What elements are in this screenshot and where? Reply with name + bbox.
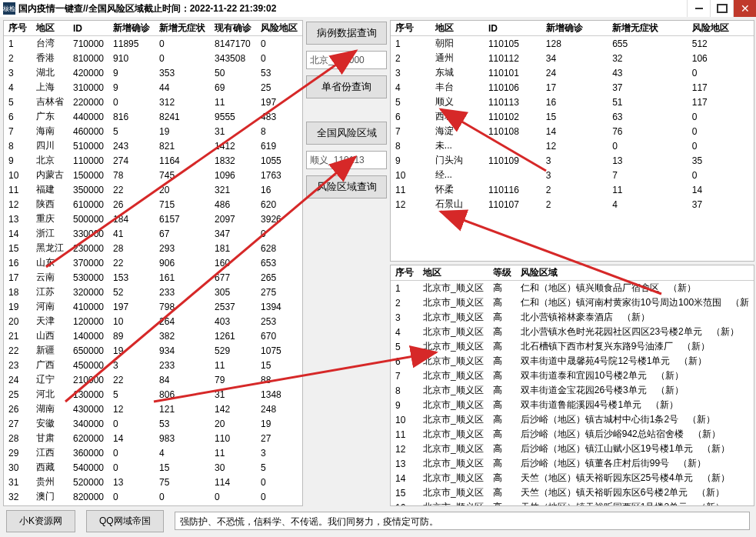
table-row[interactable]: 6北京市_顺义区高双丰街道中晟馨苑4号院12号楼1单元 （新） bbox=[391, 354, 754, 369]
column-header[interactable]: 新增无症状 bbox=[155, 21, 210, 36]
table-row[interactable]: 3东城11010124430 bbox=[391, 65, 754, 80]
table-row[interactable]: 4北京市_顺义区高北小营镇水色时光花园社区四区23号楼2单元 （新） bbox=[391, 325, 754, 339]
table-row[interactable]: 13北京市_顺义区高后沙峪（地区）镇董各庄村后街99号 （新） bbox=[391, 456, 754, 471]
table-row[interactable]: 7北京市_顺义区高双丰街道泰和宜园10号楼2单元 （新） bbox=[391, 369, 754, 383]
table-row[interactable]: 3北京市_顺义区高北小营镇裕林豪泰酒店 （新） bbox=[391, 310, 754, 325]
table-row[interactable]: 5顺义1101131651117 bbox=[391, 95, 754, 109]
column-header[interactable]: 地区 bbox=[32, 21, 68, 36]
table-row[interactable]: 2通州1101123432106 bbox=[391, 51, 754, 65]
table-row[interactable]: 4丰台1101061737117 bbox=[391, 80, 754, 95]
column-header[interactable]: 序号 bbox=[4, 21, 32, 36]
table-row[interactable]: 17云南530000153161677265 bbox=[4, 270, 302, 285]
table-row[interactable]: 6广东44000081682419555483 bbox=[4, 109, 302, 124]
table-row[interactable]: 24辽宁21000022847988 bbox=[4, 372, 302, 387]
table-row[interactable]: 1朝阳110105128655512 bbox=[391, 36, 754, 52]
table-row[interactable]: 7海淀11010814760 bbox=[391, 124, 754, 138]
column-header[interactable]: 序号 bbox=[391, 21, 431, 36]
table-row[interactable]: 4上海3100009446925 bbox=[4, 80, 302, 95]
table-row[interactable]: 23广西45000032331115 bbox=[4, 358, 302, 372]
table-row[interactable]: 21山西140000893821261670 bbox=[4, 329, 302, 343]
table-row[interactable]: 15黑龙江23000028293181628 bbox=[4, 241, 302, 255]
province-input[interactable] bbox=[306, 51, 387, 69]
single-province-query-button[interactable]: 单省份查询 bbox=[306, 75, 387, 98]
table-row[interactable]: 12陕西61000026715486620 bbox=[4, 197, 302, 212]
table-row[interactable]: 14北京市_顺义区高天竺（地区）镇天裕昕园东区25号楼4单元 （新） bbox=[391, 471, 754, 485]
table-row[interactable]: 3湖北42000093535053 bbox=[4, 65, 302, 80]
qq-site-button[interactable]: QQ网域帝国 bbox=[86, 510, 164, 532]
resource-site-button[interactable]: 小K资源网 bbox=[6, 510, 75, 532]
column-header[interactable]: 新增确诊 bbox=[108, 21, 155, 36]
table-row[interactable]: 9门头沟11010931335 bbox=[391, 153, 754, 168]
table-row[interactable]: 19河南41000019779825371394 bbox=[4, 299, 302, 314]
table-row[interactable]: 6西城11010215630 bbox=[391, 109, 754, 124]
table-row[interactable]: 16北京市_顺义区高天竺（地区）镇天裕昕园西区1号楼2单元 （新） bbox=[391, 500, 754, 506]
table-row[interactable]: 7海南460000519318 bbox=[4, 124, 302, 138]
table-row[interactable]: 20天津12000010264403253 bbox=[4, 314, 302, 329]
table-row[interactable]: 10经...370 bbox=[391, 168, 754, 182]
table-row[interactable]: 15北京市_顺义区高天竺（地区）镇天裕昕园东区6号楼2单元 （新） bbox=[391, 485, 754, 500]
table-row[interactable]: 5北京市_顺义区高北石槽镇下西市村复兴东路9号油漆厂 （新） bbox=[391, 339, 754, 354]
table-row[interactable]: 26湖南43000012121142248 bbox=[4, 402, 302, 416]
table-row[interactable]: 2香港81000091003435080 bbox=[4, 51, 302, 65]
column-header[interactable]: ID bbox=[68, 21, 108, 36]
table-row[interactable]: 32澳门8200000000 bbox=[4, 489, 302, 504]
close-button[interactable]: ✕ bbox=[733, 0, 756, 17]
table-row[interactable]: 1台湾71000011895081471700 bbox=[4, 36, 302, 52]
footer: 小K资源网 QQ网域帝国 强防护、不恐慌，信科学、不传谣。我们同努力，疫情定可防… bbox=[0, 509, 756, 532]
table-row[interactable]: 10北京市_顺义区高后沙峪（地区）镇古城村中心街1条2号 （新） bbox=[391, 412, 754, 427]
column-header[interactable]: 地区 bbox=[431, 21, 484, 36]
table-row[interactable]: 1北京市_顺义区高仁和（地区）镇兴顺食品厂宿舍区 （新） bbox=[391, 281, 754, 296]
column-header[interactable]: 新增无症状 bbox=[608, 21, 688, 36]
table-row[interactable]: 11怀柔11011621114 bbox=[391, 182, 754, 197]
table-row[interactable]: 12北京市_顺义区高后沙峪（地区）镇江山赋小区19号楼1单元 （新） bbox=[391, 442, 754, 456]
table-row[interactable]: 31贵州52000013751140 bbox=[4, 475, 302, 489]
table-row[interactable]: 8北京市_顺义区高双丰街道金宝花园26号楼3单元 （新） bbox=[391, 383, 754, 398]
table-row[interactable]: 33青海6300003357652606 bbox=[4, 504, 302, 506]
table-row[interactable]: 12石景山1101072437 bbox=[391, 197, 754, 212]
column-header[interactable]: 地区 bbox=[418, 265, 488, 281]
column-header[interactable]: 新增确诊 bbox=[541, 21, 608, 36]
table-row[interactable]: 28甘肃6200001498311027 bbox=[4, 431, 302, 445]
table-row[interactable]: 30西藏540000015305 bbox=[4, 460, 302, 475]
table-row[interactable]: 8四川5100002438211412619 bbox=[4, 138, 302, 153]
risk-area-table[interactable]: 序号地区等级风险区域1北京市_顺义区高仁和（地区）镇兴顺食品厂宿舍区 （新）2北… bbox=[390, 265, 754, 506]
district-input[interactable] bbox=[306, 151, 387, 169]
maximize-button[interactable] bbox=[710, 0, 733, 17]
titlebar: 核检 国内疫情一键查//全国风险区域截止时间：2022-11-22 21:39:… bbox=[0, 0, 756, 17]
table-row[interactable]: 9北京市_顺义区高双丰街道鲁能溪园4号楼1单元 （新） bbox=[391, 398, 754, 412]
province-table[interactable]: 序号地区ID新增确诊新增无症状现有确诊风险地区1台湾71000011895081… bbox=[3, 20, 303, 506]
minimize-button[interactable] bbox=[687, 0, 710, 17]
column-header[interactable]: 序号 bbox=[391, 265, 418, 281]
table-row[interactable]: 29江西36000004113 bbox=[4, 445, 302, 460]
table-row[interactable]: 11北京市_顺义区高后沙峪（地区）镇后沙峪942总站宿舍楼 （新） bbox=[391, 427, 754, 442]
table-row[interactable]: 13重庆500000184615720973926 bbox=[4, 212, 302, 226]
column-header[interactable]: 现有确诊 bbox=[210, 21, 256, 36]
table-row[interactable]: 11福建350000222032116 bbox=[4, 182, 302, 197]
district-table[interactable]: 序号地区ID新增确诊新增无症状风险地区1朝阳1101051286555122通州… bbox=[390, 20, 754, 262]
column-header[interactable]: 风险区域 bbox=[516, 265, 754, 281]
table-row[interactable]: 9北京110000274116418321055 bbox=[4, 153, 302, 168]
app-icon: 核检 bbox=[3, 2, 15, 15]
table-row[interactable]: 16山东37000022906160653 bbox=[4, 255, 302, 270]
table-row[interactable]: 14浙江33000041673470 bbox=[4, 226, 302, 241]
window-title: 国内疫情一键查//全国风险区域截止时间：2022-11-22 21:39:02 bbox=[18, 2, 687, 15]
column-header[interactable]: 风险地区 bbox=[256, 21, 302, 36]
case-data-query-button[interactable]: 病例数据查询 bbox=[306, 22, 387, 45]
table-row[interactable]: 22新疆650000199345291075 bbox=[4, 343, 302, 358]
column-header[interactable]: ID bbox=[484, 21, 541, 36]
table-row[interactable]: 5吉林省220000031211197 bbox=[4, 95, 302, 109]
footer-note: 强防护、不恐慌，信科学、不传谣。我们同努力，疫情定可防。 bbox=[175, 512, 750, 530]
column-header[interactable]: 等级 bbox=[488, 265, 516, 281]
table-row[interactable]: 10内蒙古1500007874510961763 bbox=[4, 168, 302, 182]
table-row[interactable]: 8未...1200 bbox=[391, 138, 754, 153]
table-row[interactable]: 18江苏32000052233305275 bbox=[4, 285, 302, 299]
column-header[interactable]: 风险地区 bbox=[688, 21, 754, 36]
national-risk-button[interactable]: 全国风险区域 bbox=[306, 122, 387, 145]
table-row[interactable]: 25河北1300005806311348 bbox=[4, 387, 302, 402]
table-row[interactable]: 27安徽3400000532019 bbox=[4, 416, 302, 431]
table-row[interactable]: 2北京市_顺义区高仁和（地区）镇河南村黄家街10号周边100米范围 （新 bbox=[391, 295, 754, 310]
risk-area-query-button[interactable]: 风险区域查询 bbox=[306, 175, 387, 198]
